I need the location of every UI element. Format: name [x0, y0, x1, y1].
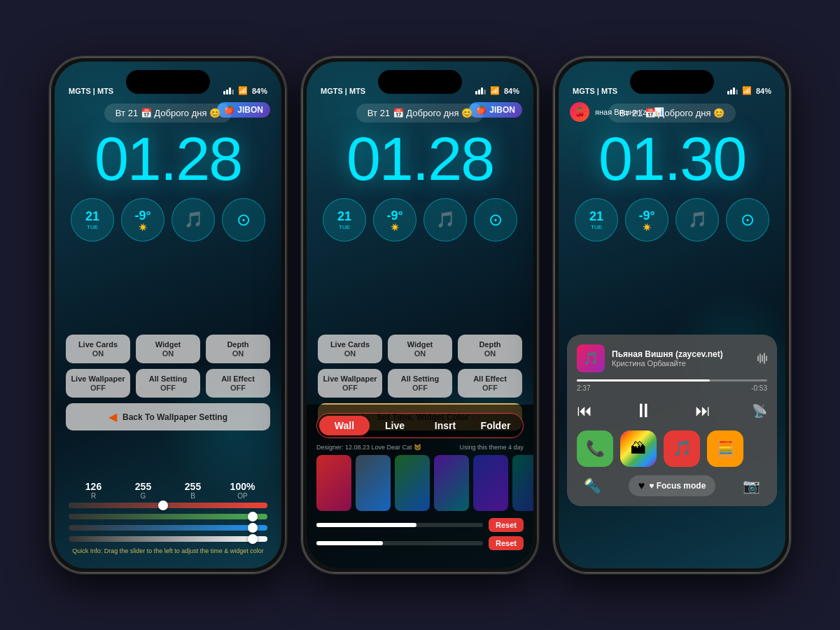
- all-setting-btn[interactable]: All Setting OFF: [136, 369, 200, 398]
- signal-3: [727, 88, 738, 94]
- wallpaper-thumb-4[interactable]: [434, 455, 469, 511]
- date-text-1: Вт 21 📅 Доброго дня 😊: [115, 108, 220, 118]
- depth-btn-2[interactable]: Depth ON: [458, 335, 522, 363]
- phone-frame-1: MGTS | MTS 📶 84% 🍎 JIBON Вт 21 📅 Доб: [49, 56, 287, 574]
- app-phone[interactable]: 📞: [577, 430, 613, 467]
- widget-btn[interactable]: Widget ON: [136, 335, 200, 363]
- widget-temp: -9° ☀️: [121, 198, 164, 241]
- rewind-btn[interactable]: ⏮: [577, 402, 592, 420]
- back-wallpaper-btn[interactable]: ◀ Back To Wallpaper Setting: [66, 403, 270, 430]
- all-effect-btn[interactable]: All Effect OFF: [206, 369, 270, 398]
- live-cards-btn[interactable]: Live Cards ON: [66, 335, 130, 363]
- wallpaper-thumb-6[interactable]: [512, 455, 533, 511]
- date-text-3: Вт 21 📅 Доброго дня 😊: [620, 108, 724, 118]
- slider-row-1: Reset: [316, 518, 524, 532]
- focus-mode-btn[interactable]: ♥ ♥ Focus mode: [629, 475, 716, 496]
- all-effect-btn-2[interactable]: All Effect OFF: [458, 369, 522, 398]
- lock-content-2: Вт 21 📅 Доброго дня 😊 01.28 21 TUE -9° ☀…: [307, 104, 533, 241]
- music-header: 🎵 Пьяная Вишня (zaycev.net) Кристина Орб…: [577, 344, 767, 372]
- music-info: Пьяная Вишня (zaycev.net) Кристина Орбак…: [612, 349, 750, 368]
- bottom-tools: 🔦 ♥ ♥ Focus mode 📷: [577, 475, 767, 496]
- reset-btn-1[interactable]: Reset: [489, 518, 524, 532]
- green-value: 255: [118, 481, 168, 492]
- pause-btn[interactable]: ⏸: [634, 399, 653, 422]
- quick-info: Quick Info: Drag the slider to the left …: [69, 547, 267, 554]
- red-slider[interactable]: [69, 503, 267, 508]
- widget-btn-2[interactable]: Widget ON: [388, 335, 452, 363]
- music-player: 🎵 Пьяная Вишня (zaycev.net) Кристина Орб…: [567, 335, 777, 506]
- date-row-2: Вт 21 📅 Доброго дня 😊: [356, 104, 484, 122]
- all-setting-status: OFF: [160, 384, 176, 392]
- time-display-3: 01.30: [598, 128, 746, 190]
- phone-3: MGTS | MTS 📶 84% 🍒 яная Вишня (zi 📊: [553, 56, 791, 574]
- carrier-3: MGTS | MTS: [573, 87, 617, 95]
- phone-1: MGTS | MTS 📶 84% 🍎 JIBON Вт 21 📅 Доб: [49, 56, 287, 574]
- progress-fill: [577, 379, 710, 382]
- widget-target-2: ⊙: [474, 198, 517, 241]
- phone-screen-1: MGTS | MTS 📶 84% 🍎 JIBON Вт 21 📅 Доб: [55, 62, 281, 568]
- widget-row-3: 21 TUE -9° ☀️ 🎵 ⊙: [575, 198, 769, 241]
- wallpaper-thumb-2[interactable]: [356, 455, 391, 511]
- music-waveform: [757, 353, 767, 364]
- wifi-icon-3: 📶: [742, 86, 752, 95]
- tab-folder[interactable]: Folder: [470, 416, 521, 435]
- wallpaper-thumb-1[interactable]: [316, 455, 351, 511]
- live-wallpaper-status: OFF: [90, 384, 106, 392]
- fast-forward-btn[interactable]: ⏭: [695, 402, 710, 420]
- carrier-1: MGTS | MTS: [69, 87, 113, 95]
- depth-btn[interactable]: Depth ON: [206, 335, 270, 363]
- app-photos[interactable]: 🏔: [620, 430, 657, 467]
- widget-target-3: ⊙: [726, 198, 769, 241]
- widget-row-1: 21 TUE -9° ☀️ 🎵 ⊙: [71, 198, 265, 241]
- opacity-slider[interactable]: [69, 536, 267, 542]
- app-music[interactable]: 🎵: [664, 430, 700, 467]
- phone-frame-2: MGTS | MTS 📶 84% 🍎 JIBON Вт 21 📅 Доброго…: [301, 56, 539, 574]
- airplay-btn[interactable]: 📡: [752, 403, 767, 419]
- music-art: 🎵: [577, 344, 605, 372]
- wallpaper-thumb-3[interactable]: [395, 455, 430, 511]
- wifi-icon-1: 📶: [238, 86, 248, 95]
- time-display-2: 01.28: [346, 128, 493, 190]
- time-elapsed: 2:37: [577, 384, 590, 392]
- widget-cal-3: 21 TUE: [575, 198, 618, 241]
- heart-icon: ♥: [638, 479, 645, 492]
- live-wallpaper-btn[interactable]: Live Wallpaper OFF: [66, 369, 130, 398]
- live-cards-status: ON: [92, 349, 104, 358]
- all-effect-status: OFF: [230, 384, 246, 392]
- wallpaper-grid: [316, 455, 524, 511]
- camera-btn[interactable]: 📷: [743, 477, 760, 494]
- blue-slider[interactable]: [69, 525, 267, 531]
- flashlight-btn[interactable]: 🔦: [584, 477, 601, 494]
- phone-screen-2: MGTS | MTS 📶 84% 🍎 JIBON Вт 21 📅 Доброго…: [307, 62, 533, 568]
- widget-status: ON: [162, 349, 174, 358]
- live-wallpaper-btn-2[interactable]: Live Wallpaper OFF: [318, 369, 382, 398]
- tab-wall[interactable]: Wall: [319, 416, 370, 435]
- music-artist: Кристина Орбакайте: [612, 359, 750, 368]
- slider-mini-1[interactable]: [316, 523, 483, 527]
- tab-insrt[interactable]: Insrt: [420, 416, 470, 435]
- carrier-2: MGTS | MTS: [321, 87, 365, 95]
- tab-live[interactable]: Live: [370, 416, 420, 435]
- battery-2: 84%: [504, 87, 519, 95]
- reset-btn-2[interactable]: Reset: [489, 536, 524, 550]
- all-setting-btn-2[interactable]: All Setting OFF: [388, 369, 452, 398]
- phone-2: MGTS | MTS 📶 84% 🍎 JIBON Вт 21 📅 Доброго…: [301, 56, 539, 574]
- app-icons-row: 📞 🏔 🎵 🧮: [577, 430, 767, 467]
- lock-content-3: Вт 21 📅 Доброго дня 😊 01.30 21 TUE -9° ☀…: [559, 104, 785, 241]
- widget-music-2: 🎵: [424, 198, 467, 241]
- wifi-icon-2: 📶: [490, 86, 500, 95]
- green-slider[interactable]: [69, 514, 267, 519]
- live-cards-btn-2[interactable]: Live Cards ON: [318, 335, 382, 363]
- lock-content-1: Вт 21 📅 Доброго дня 😊 01.28 21 TUE -9° ☀…: [55, 104, 281, 241]
- music-progress-bar[interactable]: [577, 379, 767, 382]
- red-col: 126 R: [69, 481, 118, 500]
- app-calc[interactable]: 🧮: [707, 430, 743, 467]
- designer-text: Designer: 12.08.23 Love Dear Cat 🐱: [316, 444, 421, 451]
- opacity-label: OP: [218, 492, 267, 500]
- tabs-row: Wall Live Insrt Folder: [316, 413, 524, 438]
- slider-mini-2[interactable]: [316, 541, 483, 545]
- blue-value: 255: [168, 481, 218, 492]
- music-controls: ⏮ ⏸ ⏭ 📡: [577, 399, 767, 422]
- control-row-p2-1: Live Cards ON Widget ON Depth ON: [318, 335, 522, 363]
- wallpaper-thumb-5[interactable]: [473, 455, 508, 511]
